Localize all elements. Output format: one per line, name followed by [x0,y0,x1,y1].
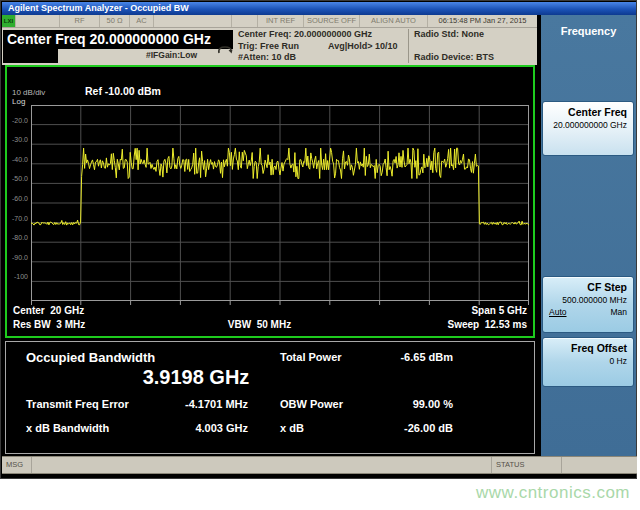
status-source-off: SOURCE OFF [304,15,360,27]
msg-content-cell [32,457,492,473]
sweep-annotation: Sweep 12.53 ms [448,319,528,332]
radio-device-readback: Radio Device: BTS [414,52,494,64]
log-scale-label: Log [12,97,25,106]
xdb-label: x dB [280,422,304,434]
spectrum-display: 10 dB/div Log Ref -10.00 dBm -20.0 -30.0… [5,65,535,338]
vbw-annotation: VBW 50 MHz [228,319,291,330]
softkey-cf-step[interactable]: CF Step 500.000000 MHz Auto Man [542,276,634,333]
y-axis-tick: -20.0 [7,117,28,124]
cf-step-man-option[interactable]: Man [610,307,627,317]
softkey-label: Freq Offset [549,342,627,354]
message-status-bar: MSG STATUS [2,456,637,474]
transmit-freq-error-value: -4.1701 MHz [116,398,248,410]
status-spacer [232,15,258,27]
status-content-cell [562,457,637,473]
y-axis-tick: -30.0 [7,136,28,143]
softkey-value: 0 Hz [549,356,627,366]
scale-per-div-label: 10 dB/div [12,88,45,97]
settings-column-3: Radio Std: None Radio Device: BTS [408,29,494,63]
obw-value: 3.9198 GHz [66,366,326,389]
center-freq-annotation: Center 20 GHz [13,305,84,318]
cf-step-auto-option[interactable]: Auto [549,307,567,317]
status-align-auto: ALIGN AUTO [360,15,428,27]
atten-readback: #Atten: 10 dB [238,52,372,64]
spectrum-trace-plot [31,105,529,307]
status-rf: RF [60,15,100,27]
softkey-value: 500.000000 MHz [549,295,627,305]
span-annotation: Span 5 GHz [471,305,527,318]
xdb-bandwidth-label: x dB Bandwidth [26,422,109,434]
softkey-value: 20.000000000 GHz [549,120,627,130]
readout-spacer [3,49,58,63]
status-spacer [16,15,60,27]
status-coupling: AC [130,15,154,27]
menu-title: Frequency [541,25,636,37]
res-bw-annotation: Res BW 3 MHz [13,319,85,332]
y-axis-tick: -70.0 [7,215,28,222]
radio-std-readback: Radio Std: None [414,29,494,41]
analyzer-window: Agilent Spectrum Analyzer - Occupied BW … [0,0,637,479]
y-axis-tick: -40.0 [7,156,28,163]
watermark-text: www.cntronics.com [476,483,630,503]
msg-cell: MSG [2,457,32,473]
lxi-indicator: LXI [2,15,16,27]
xdb-value: -26.00 dB [331,422,453,434]
softkey-center-freq[interactable]: Center Freq 20.000000000 GHz [542,101,634,156]
xdb-bandwidth-value: 4.003 GHz [116,422,248,434]
freq-annotation-row: Center 20 GHz Span 5 GHz [7,305,533,318]
obw-title: Occupied Bandwidth [26,350,155,365]
y-axis-tick: -90.0 [7,254,28,261]
window-title: Agilent Spectrum Analyzer - Occupied BW [8,3,189,13]
ref-level-label: Ref -10.00 dBm [85,85,161,97]
center-freq-readback: Center Freq: 20.000000000 GHz [238,29,372,41]
avg-hold-readback: Avg|Hold> 10/10 [328,41,397,53]
settings-column-2: Avg|Hold> 10/10 [328,41,397,53]
y-axis-tick: -60.0 [7,195,28,202]
softkey-menu: Frequency Center Freq 20.000000000 GHz C… [541,15,636,456]
window-titlebar: Agilent Spectrum Analyzer - Occupied BW [2,2,636,15]
page: Agilent Spectrum Analyzer - Occupied BW … [0,0,640,510]
status-cell: STATUS [492,457,562,473]
total-power-value: -6.65 dBm [331,351,453,363]
measurement-bar: Center Freq 20.000000000 GHz #IFGain:Low… [2,28,537,65]
softkey-label: CF Step [549,281,627,293]
bw-annotation-row: Res BW 3 MHz VBW 50 MHz Sweep 12.53 ms [7,319,533,332]
y-axis-tick: -50.0 [7,175,28,182]
transmit-freq-error-label: Transmit Freq Error [26,398,129,410]
y-axis-tick: -100 [7,273,28,280]
obw-results-panel: Occupied Bandwidth 3.9198 GHz Total Powe… [5,341,535,454]
status-impedance: 50 Ω [100,15,130,27]
softkey-label: Center Freq [549,106,627,118]
obw-power-value: 99.00 % [331,398,453,410]
status-datetime: 06:15:48 PM Jan 27, 2015 [428,15,537,27]
if-gain-label: #IFGain:Low [146,50,197,60]
status-strip: LXI RF 50 Ω AC INT REF SOURCE OFF ALIGN … [2,15,537,28]
y-axis-tick: -80.0 [7,234,28,241]
status-int-ref: INT REF [258,15,304,27]
status-spacer [154,15,232,27]
active-function-readout: Center Freq 20.000000000 GHz [3,30,233,49]
continuous-sweep-icon [216,45,234,56]
softkey-freq-offset[interactable]: Freq Offset 0 Hz [542,337,634,387]
